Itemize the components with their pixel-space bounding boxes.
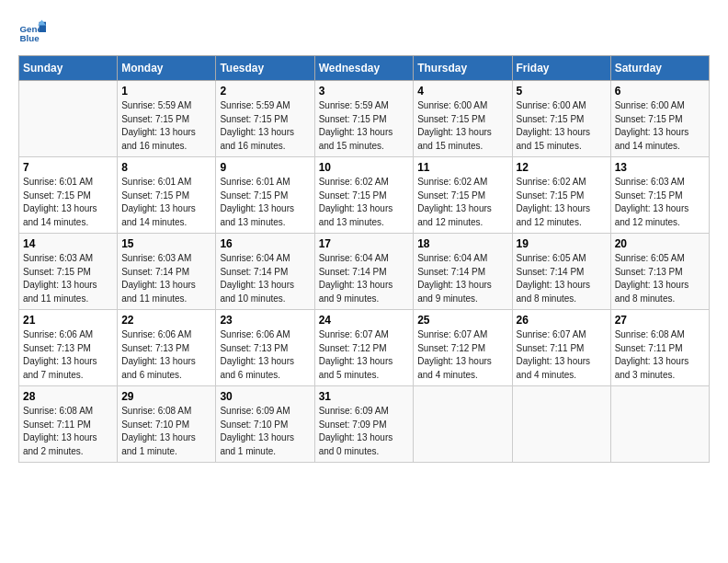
day-number: 9 — [220, 161, 310, 174]
day-cell: 8Sunrise: 6:01 AMSunset: 7:15 PMDaylight… — [118, 157, 216, 234]
day-cell: 1Sunrise: 5:59 AMSunset: 7:15 PMDaylight… — [118, 81, 216, 157]
week-row-3: 14Sunrise: 6:03 AMSunset: 7:15 PMDayligh… — [19, 234, 710, 310]
day-cell: 7Sunrise: 6:01 AMSunset: 7:15 PMDaylight… — [19, 157, 118, 234]
day-info: Sunrise: 6:07 AMSunset: 7:11 PMDaylight:… — [517, 328, 607, 382]
day-number: 6 — [615, 85, 705, 98]
day-number: 14 — [23, 237, 113, 250]
week-row-5: 28Sunrise: 6:08 AMSunset: 7:11 PMDayligh… — [19, 386, 710, 463]
day-info: Sunrise: 6:06 AMSunset: 7:13 PMDaylight:… — [220, 328, 310, 382]
day-cell: 13Sunrise: 6:03 AMSunset: 7:15 PMDayligh… — [610, 157, 709, 234]
day-cell: 22Sunrise: 6:06 AMSunset: 7:13 PMDayligh… — [118, 310, 216, 386]
day-cell: 30Sunrise: 6:09 AMSunset: 7:10 PMDayligh… — [216, 386, 314, 463]
day-info: Sunrise: 6:03 AMSunset: 7:14 PMDaylight:… — [121, 252, 211, 305]
day-info: Sunrise: 6:00 AMSunset: 7:15 PMDaylight:… — [615, 99, 705, 153]
logo-icon: General Blue — [18, 18, 46, 46]
day-number: 12 — [517, 161, 607, 174]
week-row-2: 7Sunrise: 6:01 AMSunset: 7:15 PMDaylight… — [19, 157, 710, 234]
day-info: Sunrise: 6:00 AMSunset: 7:15 PMDaylight:… — [517, 99, 607, 153]
day-cell — [512, 386, 610, 463]
day-info: Sunrise: 6:05 AMSunset: 7:13 PMDaylight:… — [615, 252, 705, 305]
day-cell — [19, 81, 118, 157]
header-wednesday: Wednesday — [314, 56, 414, 81]
day-info: Sunrise: 6:02 AMSunset: 7:15 PMDaylight:… — [417, 176, 507, 229]
day-cell: 2Sunrise: 5:59 AMSunset: 7:15 PMDaylight… — [216, 81, 314, 157]
calendar-table: SundayMondayTuesdayWednesdayThursdayFrid… — [18, 55, 710, 463]
logo: General Blue — [18, 18, 50, 46]
day-number: 29 — [121, 390, 211, 403]
day-number: 28 — [23, 390, 113, 403]
day-cell: 28Sunrise: 6:08 AMSunset: 7:11 PMDayligh… — [19, 386, 118, 463]
day-number: 2 — [220, 85, 310, 98]
day-info: Sunrise: 6:09 AMSunset: 7:10 PMDaylight:… — [220, 405, 310, 458]
day-info: Sunrise: 5:59 AMSunset: 7:15 PMDaylight:… — [319, 99, 410, 153]
day-number: 20 — [615, 237, 705, 250]
day-number: 5 — [517, 85, 607, 98]
week-row-4: 21Sunrise: 6:06 AMSunset: 7:13 PMDayligh… — [19, 310, 710, 386]
day-cell — [610, 386, 709, 463]
day-info: Sunrise: 6:08 AMSunset: 7:11 PMDaylight:… — [615, 328, 705, 382]
day-info: Sunrise: 6:02 AMSunset: 7:15 PMDaylight:… — [517, 176, 607, 229]
day-cell: 25Sunrise: 6:07 AMSunset: 7:12 PMDayligh… — [414, 310, 512, 386]
day-cell: 5Sunrise: 6:00 AMSunset: 7:15 PMDaylight… — [512, 81, 610, 157]
day-number: 21 — [23, 314, 113, 327]
day-cell: 24Sunrise: 6:07 AMSunset: 7:12 PMDayligh… — [314, 310, 414, 386]
day-cell: 23Sunrise: 6:06 AMSunset: 7:13 PMDayligh… — [216, 310, 314, 386]
day-cell: 6Sunrise: 6:00 AMSunset: 7:15 PMDaylight… — [610, 81, 709, 157]
day-number: 1 — [121, 85, 211, 98]
header-monday: Monday — [118, 56, 216, 81]
day-cell: 9Sunrise: 6:01 AMSunset: 7:15 PMDaylight… — [216, 157, 314, 234]
day-number: 27 — [615, 314, 705, 327]
day-cell: 27Sunrise: 6:08 AMSunset: 7:11 PMDayligh… — [610, 310, 709, 386]
day-number: 24 — [319, 314, 410, 327]
day-number: 19 — [517, 237, 607, 250]
day-cell: 18Sunrise: 6:04 AMSunset: 7:14 PMDayligh… — [414, 234, 512, 310]
day-info: Sunrise: 6:09 AMSunset: 7:09 PMDaylight:… — [319, 405, 410, 458]
header-thursday: Thursday — [414, 56, 512, 81]
header-friday: Friday — [512, 56, 610, 81]
svg-text:Blue: Blue — [20, 33, 40, 43]
page-header: General Blue — [18, 18, 710, 46]
day-number: 23 — [220, 314, 310, 327]
day-number: 18 — [417, 237, 507, 250]
day-cell: 14Sunrise: 6:03 AMSunset: 7:15 PMDayligh… — [19, 234, 118, 310]
day-info: Sunrise: 6:01 AMSunset: 7:15 PMDaylight:… — [220, 176, 310, 229]
day-cell: 17Sunrise: 6:04 AMSunset: 7:14 PMDayligh… — [314, 234, 414, 310]
day-cell: 15Sunrise: 6:03 AMSunset: 7:14 PMDayligh… — [118, 234, 216, 310]
header-saturday: Saturday — [610, 56, 709, 81]
day-number: 3 — [319, 85, 410, 98]
day-number: 22 — [121, 314, 211, 327]
day-cell: 12Sunrise: 6:02 AMSunset: 7:15 PMDayligh… — [512, 157, 610, 234]
day-cell: 4Sunrise: 6:00 AMSunset: 7:15 PMDaylight… — [414, 81, 512, 157]
day-number: 17 — [319, 237, 410, 250]
day-info: Sunrise: 6:03 AMSunset: 7:15 PMDaylight:… — [23, 252, 113, 305]
day-cell: 29Sunrise: 6:08 AMSunset: 7:10 PMDayligh… — [118, 386, 216, 463]
day-number: 16 — [220, 237, 310, 250]
week-row-1: 1Sunrise: 5:59 AMSunset: 7:15 PMDaylight… — [19, 81, 710, 157]
day-cell: 11Sunrise: 6:02 AMSunset: 7:15 PMDayligh… — [414, 157, 512, 234]
day-info: Sunrise: 6:06 AMSunset: 7:13 PMDaylight:… — [121, 328, 211, 382]
day-number: 26 — [517, 314, 607, 327]
day-info: Sunrise: 6:02 AMSunset: 7:15 PMDaylight:… — [319, 176, 410, 229]
day-number: 13 — [615, 161, 705, 174]
day-info: Sunrise: 6:04 AMSunset: 7:14 PMDaylight:… — [417, 252, 507, 305]
day-number: 15 — [121, 237, 211, 250]
day-cell: 16Sunrise: 6:04 AMSunset: 7:14 PMDayligh… — [216, 234, 314, 310]
day-info: Sunrise: 6:00 AMSunset: 7:15 PMDaylight:… — [417, 99, 507, 153]
day-number: 31 — [319, 390, 410, 403]
header-sunday: Sunday — [19, 56, 118, 81]
day-cell: 3Sunrise: 5:59 AMSunset: 7:15 PMDaylight… — [314, 81, 414, 157]
day-info: Sunrise: 6:04 AMSunset: 7:14 PMDaylight:… — [319, 252, 410, 305]
day-cell: 31Sunrise: 6:09 AMSunset: 7:09 PMDayligh… — [314, 386, 414, 463]
day-cell — [414, 386, 512, 463]
day-number: 7 — [23, 161, 113, 174]
day-info: Sunrise: 6:04 AMSunset: 7:14 PMDaylight:… — [220, 252, 310, 305]
day-cell: 10Sunrise: 6:02 AMSunset: 7:15 PMDayligh… — [314, 157, 414, 234]
day-cell: 20Sunrise: 6:05 AMSunset: 7:13 PMDayligh… — [610, 234, 709, 310]
day-info: Sunrise: 5:59 AMSunset: 7:15 PMDaylight:… — [121, 99, 211, 153]
day-info: Sunrise: 6:07 AMSunset: 7:12 PMDaylight:… — [319, 328, 410, 382]
day-info: Sunrise: 6:08 AMSunset: 7:10 PMDaylight:… — [121, 405, 211, 458]
day-info: Sunrise: 6:06 AMSunset: 7:13 PMDaylight:… — [23, 328, 113, 382]
day-number: 10 — [319, 161, 410, 174]
day-number: 30 — [220, 390, 310, 403]
day-cell: 19Sunrise: 6:05 AMSunset: 7:14 PMDayligh… — [512, 234, 610, 310]
